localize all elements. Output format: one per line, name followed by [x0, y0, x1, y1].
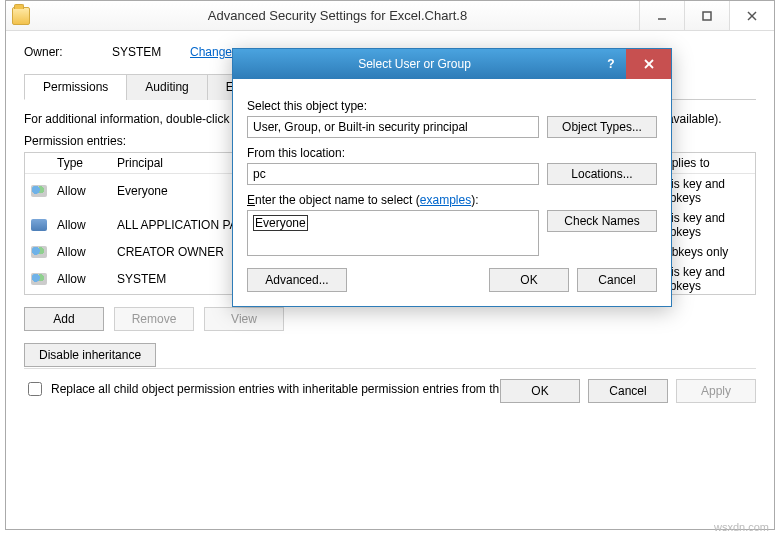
object-name-label: Enter the object name to select (example…: [247, 193, 657, 207]
location-field[interactable]: pc: [247, 163, 539, 185]
view-button[interactable]: View: [204, 307, 284, 331]
maximize-button[interactable]: [684, 1, 729, 30]
dialog-titlebar: Select User or Group ?: [233, 49, 671, 79]
cell-type: Allow: [51, 215, 111, 235]
window-title: Advanced Security Settings for Excel.Cha…: [36, 8, 639, 23]
cancel-button[interactable]: Cancel: [588, 379, 668, 403]
cell-type: Allow: [51, 269, 111, 289]
help-button[interactable]: ?: [596, 57, 626, 71]
dialog-cancel-button[interactable]: Cancel: [577, 268, 657, 292]
object-type-field[interactable]: User, Group, or Built-in security princi…: [247, 116, 539, 138]
object-name-input[interactable]: Everyone: [247, 210, 539, 256]
select-user-dialog: Select User or Group ? Select this objec…: [232, 48, 672, 307]
users-icon: [31, 273, 47, 285]
examples-link[interactable]: examples: [420, 193, 471, 207]
remove-button[interactable]: Remove: [114, 307, 194, 331]
svg-rect-1: [703, 12, 711, 20]
source-watermark: wsxdn.com: [714, 521, 769, 533]
dialog-close-button[interactable]: [626, 49, 671, 79]
object-type-label: Select this object type:: [247, 99, 657, 113]
cell-type: Allow: [51, 181, 111, 201]
titlebar: Advanced Security Settings for Excel.Cha…: [6, 1, 774, 31]
tab-permissions[interactable]: Permissions: [24, 74, 127, 100]
owner-label: Owner:: [24, 45, 104, 59]
check-names-button[interactable]: Check Names: [547, 210, 657, 232]
dialog-title: Select User or Group: [233, 57, 596, 71]
users-icon: [31, 185, 47, 197]
location-label: From this location:: [247, 146, 657, 160]
disable-inheritance-button[interactable]: Disable inheritance: [24, 343, 156, 367]
tab-auditing[interactable]: Auditing: [126, 74, 207, 100]
cell-type: Allow: [51, 242, 111, 262]
package-icon: [31, 219, 47, 231]
advanced-button[interactable]: Advanced...: [247, 268, 347, 292]
add-button[interactable]: Add: [24, 307, 104, 331]
change-owner-link[interactable]: Change: [190, 45, 232, 59]
col-type[interactable]: Type: [51, 153, 111, 173]
minimize-button[interactable]: [639, 1, 684, 30]
ok-button[interactable]: OK: [500, 379, 580, 403]
object-types-button[interactable]: Object Types...: [547, 116, 657, 138]
close-button[interactable]: [729, 1, 774, 30]
locations-button[interactable]: Locations...: [547, 163, 657, 185]
dialog-ok-button[interactable]: OK: [489, 268, 569, 292]
owner-value: SYSTEM: [112, 45, 182, 59]
users-icon: [31, 246, 47, 258]
folder-icon: [12, 7, 30, 25]
apply-button[interactable]: Apply: [676, 379, 756, 403]
